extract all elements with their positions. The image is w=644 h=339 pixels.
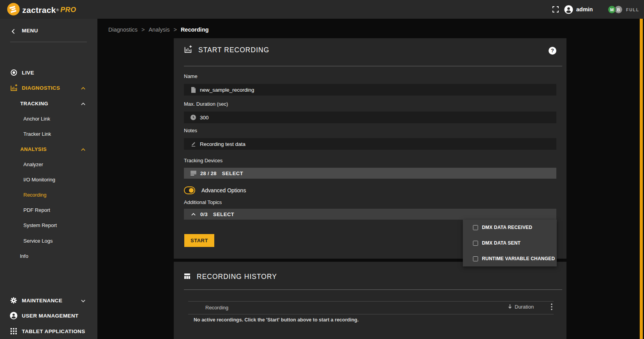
panel-divider [184, 289, 562, 290]
table-top-border [188, 301, 554, 302]
chevron-down-icon [81, 297, 85, 304]
sidebar-item-maintenance[interactable]: MAINTENANCE [0, 295, 97, 305]
recording-history-panel: RECORDING HISTORY Recording Duration No … [174, 262, 566, 339]
live-icon [9, 69, 18, 76]
document-icon [190, 87, 196, 93]
logged-in-user: admin [576, 6, 593, 12]
column-header-duration[interactable]: Duration [505, 304, 534, 310]
additional-topics-dropdown: DMX DATA RECEIVED DMX DATA SENT RUNTIME … [463, 220, 557, 266]
tracking-devices-select-label: SELECT [222, 170, 243, 176]
sidebar-item-live[interactable]: LIVE [0, 67, 97, 78]
name-value: new_sample_recording [200, 87, 254, 93]
menu-label: MENU [22, 28, 38, 34]
top-bar: zactrack® PRO admin M B FULL [0, 0, 644, 19]
sort-arrow-down-icon [508, 304, 512, 310]
additional-topics-count: 0/3 [200, 211, 208, 217]
sidebar-item-tracking[interactable]: TRACKING [0, 98, 97, 108]
gear-icon [9, 297, 18, 304]
tracking-devices-label: Tracking Devices [184, 158, 222, 163]
table-columns-icon [184, 273, 191, 281]
sidebar-item-system-report[interactable]: System Report [0, 220, 97, 230]
max-duration-value: 300 [200, 115, 209, 121]
max-duration-field[interactable]: 300 [184, 112, 556, 123]
help-button[interactable]: ? [549, 47, 556, 55]
sidebar-item-analyzer[interactable]: Analyzer [0, 159, 97, 169]
sidebar-item-service-logs[interactable]: Service Logs [0, 235, 97, 246]
chevron-left-icon [12, 28, 15, 35]
grid-icon [9, 328, 18, 334]
brand-registered-mark: ® [56, 8, 59, 12]
panel-title: START RECORDING [198, 46, 269, 54]
pencil-icon [190, 141, 196, 147]
brand-pro-label: PRO [60, 6, 76, 14]
sidebar-item-recording[interactable]: Recording [0, 189, 97, 200]
checkbox-unchecked-icon [473, 256, 478, 261]
status-badge-m: M [608, 5, 616, 14]
additional-topics-label: Additional Topics [184, 199, 222, 205]
toggle-on-icon [184, 186, 195, 194]
breadcrumb-separator: > [173, 27, 176, 33]
sidebar-item-diagnostics[interactable]: DIAGNOSTICS [0, 82, 97, 93]
user-avatar-icon [564, 9, 573, 15]
notes-field[interactable]: Recording test data [184, 138, 556, 150]
checkbox-unchecked-icon [473, 225, 478, 230]
sidebar-item-anchor-link[interactable]: Anchor Link [0, 113, 97, 124]
sidebar: MENU LIVE DIAGNOSTICS TRACKING [0, 19, 97, 339]
advanced-options-toggle[interactable]: Advanced Options [184, 186, 246, 195]
chevron-up-icon [81, 100, 85, 107]
sidebar-item-info[interactable]: Info [0, 250, 97, 261]
additional-topics-select-label: SELECT [213, 211, 234, 217]
panel-title: RECORDING HISTORY [197, 273, 277, 281]
max-duration-label: Max. Duration (sec) [184, 101, 228, 107]
sidebar-item-io-monitoring[interactable]: I/O Monitoring [0, 174, 97, 185]
sidebar-item-tracker-link[interactable]: Tracker Link [0, 128, 97, 139]
breadcrumb-separator: > [141, 27, 145, 33]
sidebar-item-user-management[interactable]: USER MANAGEMENT [0, 310, 97, 321]
sidebar-item-pdf-report[interactable]: PDF Report [0, 204, 97, 215]
breadcrumb: Diagnostics>Analysis>Recording [108, 27, 209, 33]
list-icon [190, 171, 196, 176]
fullscreen-icon [552, 7, 559, 14]
notes-value: Recording test data [200, 141, 245, 147]
breadcrumb-diagnostics[interactable]: Diagnostics [108, 27, 138, 33]
menu-collapse-button[interactable]: MENU [0, 26, 97, 37]
advanced-options-label: Advanced Options [201, 187, 246, 193]
option-dmx-data-sent[interactable]: DMX DATA SENT [463, 235, 557, 251]
option-runtime-variable-changed[interactable]: RUNTIME VARIABLE CHANGED [463, 251, 557, 266]
chevron-up-icon [190, 213, 196, 216]
table-menu-button[interactable] [549, 304, 554, 311]
sidebar-item-analysis[interactable]: ANALYSIS [0, 144, 97, 154]
option-dmx-data-received[interactable]: DMX DATA RECEIVED [463, 220, 557, 235]
tracking-devices-count: 28 / 28 [200, 170, 217, 176]
additional-topics-select[interactable]: 0/3 SELECT [184, 209, 556, 220]
chevron-up-icon [81, 84, 85, 91]
tracking-devices-select[interactable]: 28 / 28 SELECT [184, 168, 556, 179]
person-icon [9, 312, 18, 319]
table-header-border [188, 314, 554, 314]
kebab-icon [551, 304, 552, 311]
sidebar-item-tablet-applications[interactable]: TABLET APPLICATIONS [0, 326, 97, 336]
breadcrumb-recording: Recording [181, 27, 209, 33]
breadcrumb-analysis[interactable]: Analysis [148, 27, 169, 33]
panel-divider [184, 66, 562, 66]
chevron-up-icon [81, 146, 85, 153]
start-button[interactable]: START [184, 234, 214, 247]
column-header-recording: Recording [205, 305, 228, 311]
brand-name: zactrack [22, 5, 56, 15]
mode-label: FULL [626, 7, 639, 12]
notes-label: Notes [184, 128, 197, 133]
sidebar-divider [10, 42, 87, 42]
user-avatar[interactable] [564, 5, 573, 16]
vertical-scrollbar-thumb[interactable] [640, 19, 643, 339]
name-label: Name [184, 73, 198, 79]
brand-logo: zactrack® PRO [7, 3, 76, 17]
zactrack-app: zactrack® PRO admin M B FULL [0, 0, 644, 339]
checkbox-unchecked-icon [473, 241, 478, 246]
empty-state-message: No active recordings. Click the 'Start' … [194, 317, 358, 323]
diagnostics-chart-plus-icon [9, 84, 18, 91]
fullscreen-button[interactable] [552, 6, 559, 12]
zactrack-logo-icon [7, 3, 20, 17]
record-chart-plus-icon [184, 45, 192, 55]
clock-icon [190, 115, 196, 120]
name-field[interactable]: new_sample_recording [184, 84, 556, 96]
